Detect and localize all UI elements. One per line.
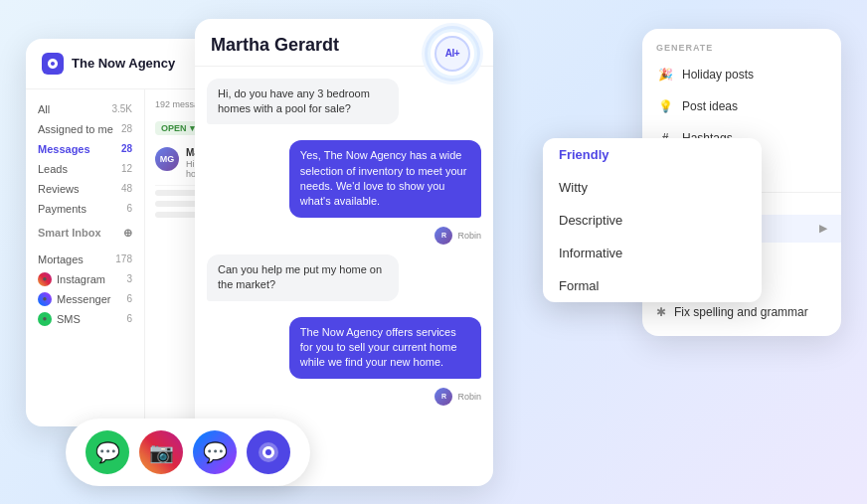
message-row-1: Hi, do you have any 3 bedroom homes with…	[207, 79, 481, 131]
tone-friendly[interactable]: Friendly	[543, 138, 762, 171]
chat-messages: Hi, do you have any 3 bedroom homes with…	[195, 67, 493, 454]
ai-item-holiday-posts[interactable]: 🎉 Holiday posts	[642, 59, 841, 90]
incoming-message-1: Hi, do you have any 3 bedroom homes with…	[207, 79, 399, 125]
tone-descriptive[interactable]: Descriptive	[543, 204, 762, 237]
post-ideas-label: Post ideas	[682, 99, 738, 113]
message-row-2: Yes, The Now Agency has a wide selection…	[207, 140, 481, 245]
crm-sidebar: All 3.5K Assigned to me 28 Messages 28 L…	[26, 89, 145, 426]
chat-panel: Martha Gerardt AI+ Hi, do you have any 3…	[195, 19, 493, 486]
tone-witty[interactable]: Witty	[543, 171, 762, 204]
tone-formal[interactable]: Formal	[543, 269, 762, 302]
smart-inbox-label: Smart Inbox ⊕	[26, 219, 144, 244]
outgoing-message-2: The Now Agency offers services for you t…	[289, 317, 481, 379]
ai-badge[interactable]: AI+	[428, 29, 477, 79]
sender-avatar: R	[434, 227, 452, 245]
sms-channel-icon[interactable]: 💬	[86, 430, 129, 474]
modify-item-fix-spelling[interactable]: ✱ Fix spelling and grammar	[642, 298, 841, 326]
ai-inner: AI+	[434, 36, 470, 72]
fix-spelling-icon: ✱	[656, 305, 666, 319]
message-sender-1: R Robin	[434, 227, 481, 245]
sidebar-item-mortages[interactable]: Mortages 178	[26, 250, 144, 269]
crm-title: The Now Agency	[72, 56, 175, 71]
sidebar-item-messenger[interactable]: ● Messenger 6	[26, 289, 144, 309]
sidebar-item-messages[interactable]: Messages 28	[26, 139, 144, 159]
chat-header: Martha Gerardt AI+	[195, 19, 493, 67]
sidebar-item-payments[interactable]: Payments 6	[26, 199, 144, 219]
generate-section-label: GENERATE	[642, 43, 841, 59]
sidebar-section-smart: Mortages 178 ● Instagram 3 ● Messenger 6	[26, 250, 144, 329]
ai-item-post-ideas[interactable]: 💡 Post ideas	[642, 90, 841, 122]
message-row-3: Can you help me put my home on the marke…	[207, 254, 481, 307]
message-sender-2: R Robin	[434, 388, 481, 406]
sms-icon: ●	[38, 312, 52, 326]
branded-channel-icon[interactable]	[247, 430, 290, 474]
sidebar-item-sms[interactable]: ● SMS 6	[26, 309, 144, 329]
svg-point-1	[265, 449, 271, 455]
status-badge: OPEN ▾	[155, 121, 201, 135]
tone-dropdown-panel: Friendly Witty Descriptive Informative F…	[543, 138, 762, 302]
sidebar-item-assigned[interactable]: Assigned to me 28	[26, 119, 144, 139]
ai-label: AI+	[445, 48, 459, 59]
instagram-channel-icon[interactable]: 📷	[139, 430, 183, 474]
crm-logo	[42, 53, 64, 75]
sidebar-item-reviews[interactable]: Reviews 48	[26, 179, 144, 199]
sidebar-item-instagram[interactable]: ● Instagram 3	[26, 269, 144, 289]
fix-spelling-label: Fix spelling and grammar	[674, 305, 808, 319]
sender-name: Robin	[457, 231, 481, 241]
sidebar-item-leads[interactable]: Leads 12	[26, 159, 144, 179]
sender-name-2: Robin	[457, 392, 481, 402]
sender-avatar-2: R	[434, 388, 452, 406]
main-container: The Now Agency All 3.5K Assigned to me 2…	[26, 19, 841, 486]
holiday-icon: 🎉	[656, 66, 674, 84]
channel-icons-bar: 💬 📷 💬	[66, 419, 310, 486]
post-ideas-icon: 💡	[656, 97, 674, 115]
message-row-4: The Now Agency offers services for you t…	[207, 317, 481, 406]
messenger-icon: ●	[38, 292, 52, 306]
contact-avatar: MG	[155, 147, 179, 171]
arrow-icon: ▶	[819, 223, 827, 234]
outgoing-message-1: Yes, The Now Agency has a wide selection…	[289, 140, 481, 218]
incoming-message-2: Can you help me put my home on the marke…	[207, 254, 399, 301]
sidebar-item-all[interactable]: All 3.5K	[26, 99, 144, 119]
tone-informative[interactable]: Informative	[543, 237, 762, 269]
instagram-icon: ●	[38, 272, 52, 286]
messenger-channel-icon[interactable]: 💬	[193, 430, 237, 474]
holiday-posts-label: Holiday posts	[682, 68, 754, 82]
